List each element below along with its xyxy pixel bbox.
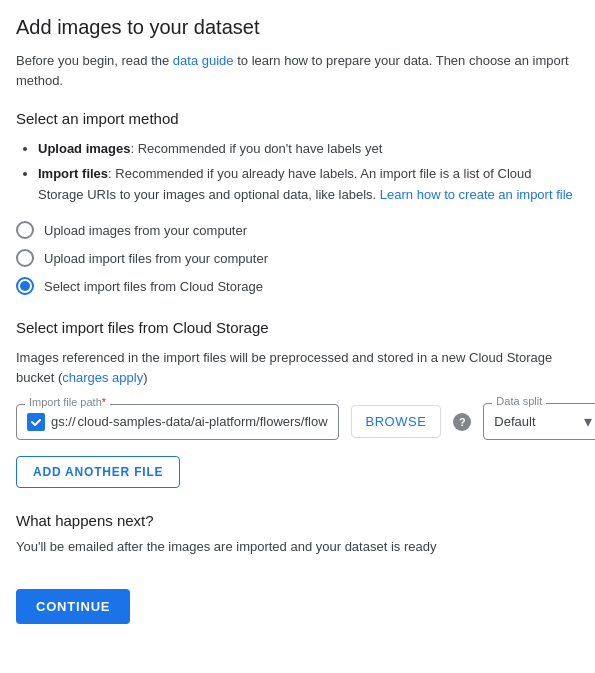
radio-label-upload-import-files: Upload import files from your computer: [44, 251, 268, 266]
radio-upload-import-files[interactable]: Upload import files from your computer: [16, 249, 579, 267]
charges-apply-link[interactable]: charges apply: [62, 370, 143, 385]
import-method-radio-group: Upload images from your computer Upload …: [16, 221, 579, 295]
learn-import-link[interactable]: Learn how to create an import file: [380, 187, 573, 202]
file-checked-icon: [27, 413, 45, 431]
what-next-title: What happens next?: [16, 512, 579, 529]
intro-text-before-link: Before you begin, read the: [16, 53, 173, 68]
continue-button[interactable]: CONTINUE: [16, 589, 130, 624]
bullet-import-files: Import files: Recommended if you already…: [38, 164, 579, 206]
file-path-help-icon[interactable]: ?: [453, 413, 471, 431]
file-path-row: Import file path* gs:// cloud-samples-da…: [16, 403, 579, 440]
cloud-storage-desc: Images referenced in the import files wi…: [16, 348, 579, 387]
import-file-path-label: Import file path*: [25, 396, 110, 408]
data-split-label: Data split: [492, 395, 546, 407]
radio-input-upload-import-files[interactable]: [16, 249, 34, 267]
gs-prefix-text: gs://: [51, 414, 76, 429]
cloud-storage-section: Select import files from Cloud Storage I…: [16, 319, 579, 488]
import-file-path-field[interactable]: Import file path* gs:// cloud-samples-da…: [16, 404, 339, 440]
file-path-value: cloud-samples-data/ai-platform/flowers/f…: [78, 414, 328, 429]
bullet-upload-images-term: Upload images: [38, 141, 130, 156]
bullet-upload-images-desc: : Recommended if you don't have labels y…: [130, 141, 382, 156]
what-next-desc: You'll be emailed after the images are i…: [16, 537, 579, 557]
radio-label-select-cloud-storage: Select import files from Cloud Storage: [44, 279, 263, 294]
data-split-field[interactable]: Data split Default ▾: [483, 403, 595, 440]
data-split-value: Default: [494, 414, 580, 429]
field-label-text: Import file path: [29, 396, 102, 408]
required-marker: *: [102, 396, 106, 408]
import-method-bullets: Upload images: Recommended if you don't …: [16, 139, 579, 205]
browse-button[interactable]: BROWSE: [351, 405, 442, 438]
bullet-import-files-term: Import files: [38, 166, 108, 181]
intro-text: Before you begin, read the data guide to…: [16, 51, 579, 90]
add-another-file-button[interactable]: ADD ANOTHER FILE: [16, 456, 180, 488]
radio-select-cloud-storage[interactable]: Select import files from Cloud Storage: [16, 277, 579, 295]
radio-label-upload-images: Upload images from your computer: [44, 223, 247, 238]
what-next-section: What happens next? You'll be emailed aft…: [16, 512, 579, 557]
import-method-section-title: Select an import method: [16, 110, 579, 127]
bullet-upload-images: Upload images: Recommended if you don't …: [38, 139, 579, 160]
cloud-storage-section-title: Select import files from Cloud Storage: [16, 319, 579, 336]
page-title: Add images to your dataset: [16, 16, 579, 39]
radio-upload-images[interactable]: Upload images from your computer: [16, 221, 579, 239]
data-guide-link[interactable]: data guide: [173, 53, 234, 68]
radio-input-select-cloud-storage[interactable]: [16, 277, 34, 295]
radio-input-upload-images[interactable]: [16, 221, 34, 239]
data-split-dropdown-arrow: ▾: [584, 412, 592, 431]
page-container: Add images to your dataset Before you be…: [0, 0, 595, 648]
cloud-storage-desc-end: ): [143, 370, 147, 385]
